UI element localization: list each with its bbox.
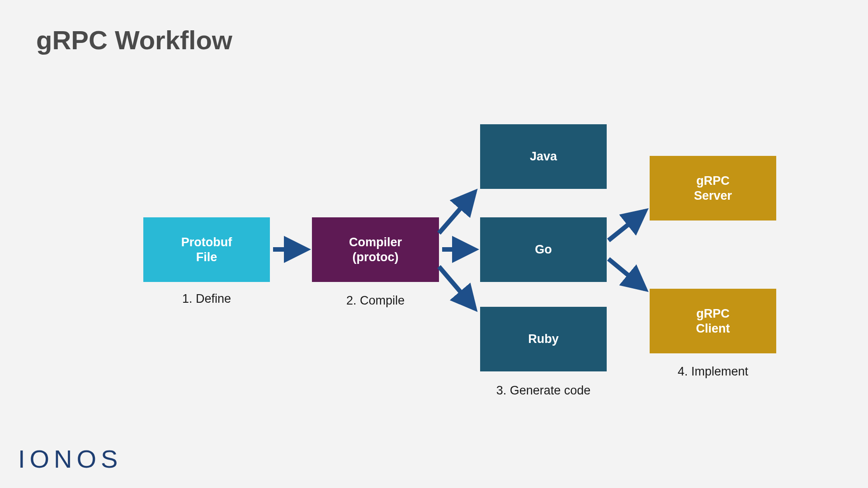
arrow-go-to-client bbox=[609, 259, 645, 289]
arrow-compiler-to-java bbox=[439, 192, 475, 233]
box-compiler-line2: (protoc) bbox=[353, 250, 399, 264]
box-ruby-label: Ruby bbox=[528, 332, 559, 346]
arrow-compiler-to-ruby bbox=[439, 267, 475, 309]
box-server-line1: gRPC bbox=[696, 174, 730, 188]
box-client-line1: gRPC bbox=[696, 306, 730, 321]
box-server-line2: Server bbox=[694, 188, 732, 203]
box-grpc-server: gRPC Server bbox=[650, 156, 776, 221]
page-title: gRPC Workflow bbox=[36, 25, 232, 55]
step-label-generate: 3. Generate code bbox=[480, 384, 607, 398]
step-label-compile: 2. Compile bbox=[312, 294, 439, 308]
box-protobuf-line1: Protobuf bbox=[181, 235, 232, 249]
step-label-implement: 4. Implement bbox=[650, 365, 776, 379]
box-java-label: Java bbox=[530, 150, 557, 164]
box-java: Java bbox=[480, 124, 607, 189]
box-compiler: Compiler (protoc) bbox=[312, 217, 439, 282]
box-grpc-client: gRPC Client bbox=[650, 289, 776, 353]
box-ruby: Ruby bbox=[480, 307, 607, 371]
box-go: Go bbox=[480, 217, 607, 282]
arrow-go-to-server bbox=[609, 211, 645, 240]
box-protobuf-line2: File bbox=[196, 250, 217, 264]
box-go-label: Go bbox=[535, 243, 552, 257]
box-protobuf-file: Protobuf File bbox=[143, 217, 270, 282]
box-compiler-line1: Compiler bbox=[349, 235, 402, 249]
ionos-logo: IONOS bbox=[18, 444, 122, 474]
box-client-line2: Client bbox=[696, 321, 730, 336]
step-label-define: 1. Define bbox=[143, 292, 270, 306]
